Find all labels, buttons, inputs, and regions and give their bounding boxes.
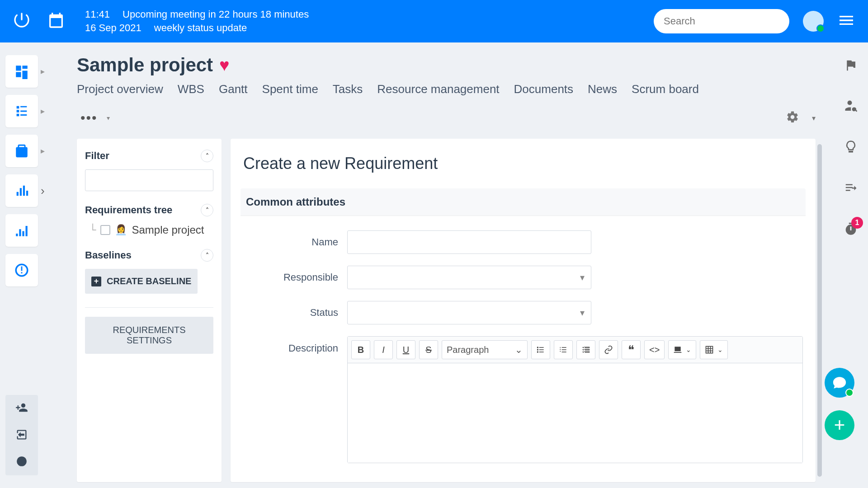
tab-gantt[interactable]: Gantt	[219, 82, 248, 96]
tab-tasks[interactable]: Tasks	[333, 82, 363, 96]
editor-toolbar: B I U S Paragraph ⌄	[348, 337, 802, 363]
chevron-down-icon[interactable]: ▾	[812, 114, 816, 122]
label-description: Description	[243, 336, 347, 354]
lightbulb-icon[interactable]	[844, 140, 858, 155]
chevron-down-icon: ⌄	[515, 344, 523, 355]
tree-item-root[interactable]: └ 👩‍💼 Sample project	[90, 224, 213, 236]
logout-icon[interactable]	[15, 428, 28, 443]
bullet-list-button[interactable]	[531, 340, 550, 359]
chevron-down-icon: ▾	[580, 272, 585, 283]
tab-spent-time[interactable]: Spent time	[262, 82, 318, 96]
header-meeting-title: weekly status update	[154, 22, 247, 34]
project-title: Sample project	[77, 54, 213, 76]
tree-item-label: Sample project	[132, 224, 204, 236]
collapse-tree-icon[interactable]: ˄	[201, 204, 213, 216]
rail-bar-chart-icon[interactable]	[5, 174, 38, 207]
tree-branch-icon: └	[90, 224, 96, 236]
search-field[interactable]	[664, 15, 779, 27]
main-column: Sample project ♥ Project overview WBS Ga…	[59, 42, 834, 488]
filter-title: Filter	[85, 150, 109, 162]
top-bar: 11:41 Upcoming meeting in 22 hours 18 mi…	[0, 0, 868, 42]
chevron-right-icon: ▸	[41, 106, 45, 116]
header-info: 11:41 Upcoming meeting in 22 hours 18 mi…	[85, 9, 309, 34]
embed-button[interactable]: ⌄	[668, 340, 696, 359]
tab-overview[interactable]: Project overview	[77, 82, 163, 96]
chevron-down-icon: ⌄	[686, 346, 691, 353]
person-search-icon[interactable]	[844, 99, 858, 115]
notification-badge: 1	[851, 217, 863, 229]
section-common-attributes: Common attributes	[241, 188, 806, 216]
tab-wbs[interactable]: WBS	[178, 82, 204, 96]
baselines-title: Baselines	[85, 249, 132, 261]
stopwatch-icon[interactable]: 1	[843, 221, 859, 239]
form-title: Create a new Requirement	[243, 154, 803, 173]
search-input[interactable]	[654, 9, 789, 33]
paragraph-dropdown[interactable]: Paragraph ⌄	[442, 340, 528, 359]
rail-clipboard-icon[interactable]	[5, 135, 38, 167]
table-button[interactable]: ⌄	[700, 340, 728, 359]
add-user-icon[interactable]	[15, 401, 28, 416]
code-button[interactable]: <>	[644, 340, 665, 359]
flag-icon[interactable]	[844, 59, 858, 74]
menu-icon[interactable]	[837, 11, 855, 31]
collapse-baselines-icon[interactable]: ˄	[201, 249, 213, 262]
rail-dashboard-icon[interactable]	[5, 55, 38, 88]
ellipsis-icon: •••	[80, 110, 98, 126]
tab-resource[interactable]: Resource management	[377, 82, 499, 96]
tab-news[interactable]: News	[588, 82, 617, 96]
more-menu[interactable]: ••• ▾	[77, 108, 114, 128]
create-baseline-label: CREATE BASELINE	[107, 276, 191, 286]
underline-button[interactable]: U	[396, 340, 415, 359]
avatar[interactable]	[803, 11, 824, 32]
italic-button[interactable]: I	[374, 340, 393, 359]
select-responsible[interactable]: ▾	[347, 266, 591, 289]
rich-text-editor: B I U S Paragraph ⌄	[347, 336, 803, 463]
collapse-filter-icon[interactable]: ˄	[201, 150, 213, 162]
left-panel: Filter ˄ Requirements tree ˄ └ 👩‍💼 Sampl…	[77, 139, 222, 482]
info-icon[interactable]	[16, 455, 28, 469]
tab-documents[interactable]: Documents	[514, 82, 574, 96]
rail-chart2-icon[interactable]	[5, 214, 38, 247]
svg-rect-1	[21, 267, 23, 271]
input-name[interactable]	[347, 230, 591, 254]
header-date: 16 Sep 2021	[85, 22, 142, 34]
rail-bottom-group	[5, 395, 38, 475]
chevron-down-icon: ⌄	[717, 346, 723, 353]
create-baseline-button[interactable]: + CREATE BASELINE	[85, 269, 198, 294]
rail-alert-icon[interactable]	[5, 254, 38, 286]
checklist-button[interactable]	[576, 340, 595, 359]
label-responsible: Responsible	[243, 272, 347, 283]
scrollbar[interactable]	[817, 144, 822, 477]
select-status[interactable]: ▾	[347, 301, 591, 324]
chevron-right-icon[interactable]: ›	[41, 184, 45, 198]
svg-point-3	[17, 456, 27, 466]
svg-rect-2	[21, 272, 23, 273]
requirements-settings-button[interactable]: REQUIREMENTS SETTINGS	[85, 317, 213, 354]
heart-icon[interactable]: ♥	[219, 56, 230, 75]
editor-body[interactable]	[348, 363, 802, 463]
gear-icon[interactable]	[786, 110, 799, 126]
link-button[interactable]	[599, 340, 618, 359]
numbered-list-button[interactable]	[554, 340, 573, 359]
project-tabs: Project overview WBS Gantt Spent time Ta…	[77, 82, 816, 96]
quote-button[interactable]: ❝	[622, 340, 641, 359]
strikethrough-button[interactable]: S	[419, 340, 438, 359]
tree-checkbox[interactable]	[100, 225, 110, 235]
chevron-right-icon: ▸	[41, 66, 45, 76]
rail-tree-icon[interactable]	[5, 95, 38, 127]
left-rail: ▸ ▸ ▸ ›	[0, 42, 59, 488]
label-status: Status	[243, 307, 347, 319]
requirements-settings-label: REQUIREMENTS SETTINGS	[113, 325, 185, 345]
bold-button[interactable]: B	[351, 340, 370, 359]
header-meeting-note: Upcoming meeting in 22 hours 18 minutes	[123, 9, 309, 20]
filter-input[interactable]	[85, 169, 213, 191]
list-settings-icon[interactable]	[844, 181, 858, 196]
tab-scrum[interactable]: Scrum board	[632, 82, 699, 96]
header-time: 11:41	[85, 9, 110, 20]
power-icon[interactable]	[13, 11, 31, 31]
svg-rect-8	[706, 347, 713, 353]
chevron-down-icon: ▾	[107, 114, 111, 122]
svg-point-5	[537, 347, 538, 348]
form-panel: Create a new Requirement Common attribut…	[231, 139, 816, 482]
calendar-icon[interactable]	[47, 11, 65, 31]
